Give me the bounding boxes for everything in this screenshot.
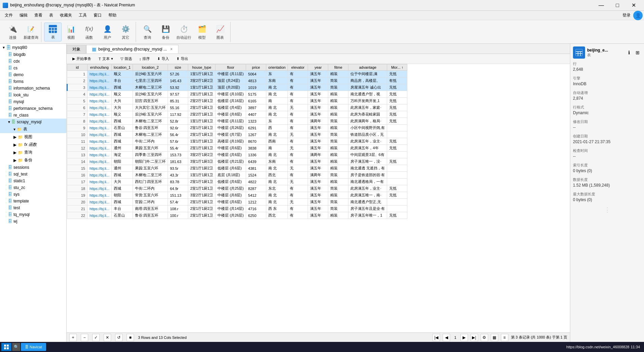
- user-button[interactable]: 👤 用户: [99, 23, 116, 41]
- sidebar-item-blogdb[interactable]: 🗄 blogdb: [0, 51, 66, 58]
- menu-favorites[interactable]: 收藏夹: [57, 11, 75, 20]
- search-taskbar-button[interactable]: 🔍: [12, 343, 20, 351]
- menu-edit[interactable]: 编辑: [16, 11, 31, 20]
- sort-button[interactable]: ↕ 排序: [136, 55, 153, 62]
- table-button[interactable]: 表: [44, 23, 62, 41]
- grid-view-button[interactable]: ▦: [491, 334, 498, 341]
- table-row[interactable]: 19https://bj.li...朝阳常营:五至六环151.133室2厅1厨2…: [67, 192, 407, 199]
- col-header-location2[interactable]: location_2: [133, 64, 168, 71]
- backup-button[interactable]: 💾 备份: [157, 23, 174, 41]
- table-row[interactable]: 7https://bj.li...顺义后沙峪:五至六环117.922室2厅1厨1…: [67, 111, 407, 118]
- next-page-button[interactable]: ▶: [461, 334, 468, 341]
- sidebar-item-stu-zc[interactable]: 🗄 stu_zc: [0, 184, 66, 191]
- sidebar-item-views-folder[interactable]: ▶ 📁 视图: [0, 133, 66, 141]
- start-button[interactable]: [1, 343, 11, 351]
- query-button[interactable]: 🔍 查询: [139, 23, 156, 41]
- sidebar-item-information-schema[interactable]: 🗄 information_schema: [0, 85, 66, 92]
- sidebar-item-template[interactable]: 🗄 template: [0, 198, 66, 204]
- col-header-advantage[interactable]: advantage: [348, 64, 387, 71]
- new-query-button[interactable]: 📝 新建查询: [22, 23, 40, 41]
- maximize-button[interactable]: □: [610, 0, 625, 11]
- tab-objects[interactable]: 对象: [67, 45, 86, 54]
- table-row[interactable]: 6https://bj.li...大兴大兴其它:五至六环55.162室1厅1厨1…: [67, 104, 407, 111]
- chart-button[interactable]: 📈 图表: [211, 23, 229, 41]
- sidebar-item-sessions[interactable]: 🗄 sessions: [0, 164, 66, 171]
- minimize-button[interactable]: —: [594, 0, 609, 11]
- menu-help[interactable]: 帮助: [105, 11, 120, 20]
- func-button[interactable]: f(x) 函数: [80, 23, 98, 41]
- table-row[interactable]: 22https://bj.li...石景山鲁谷:四至五环100.r2室1厅1厨1…: [67, 212, 407, 219]
- menu-view[interactable]: 查看: [31, 11, 46, 20]
- col-header-size[interactable]: size: [168, 64, 188, 71]
- design-button[interactable]: ⊞: [634, 49, 641, 56]
- menu-tools[interactable]: 工具: [75, 11, 90, 20]
- other-button[interactable]: ⚙️ 其它: [117, 23, 134, 41]
- table-row[interactable]: 18https://bj.li...西城牛街:二环内64.9r2室1厅1厨1卫中…: [67, 185, 407, 192]
- table-row[interactable]: 4https://bj.li...顺义后沙峪:五至六环97.572室1厅1厨1卫…: [67, 91, 407, 98]
- sidebar-item-tables-folder[interactable]: ▾ 📁 表: [0, 125, 66, 133]
- menu-table[interactable]: 表: [46, 11, 57, 20]
- col-header-orientation[interactable]: orientation: [266, 64, 288, 71]
- tab-table[interactable]: ▦ beijing_ershoufang @scrapy_mysql ... ×: [86, 45, 178, 54]
- col-header-housetype[interactable]: house_type: [188, 64, 215, 71]
- settings-button[interactable]: ⚙: [481, 334, 488, 341]
- sidebar-item-look-stu[interactable]: 🗄 look_stu: [0, 92, 66, 98]
- add-row-button[interactable]: +: [69, 334, 77, 341]
- menu-window[interactable]: 窗口: [90, 11, 105, 20]
- table-row[interactable]: 5https://bj.li...大兴旧宫:四至五环85.312室2厅1厨1卫低…: [67, 98, 407, 104]
- table-row[interactable]: 13https://bj.li...海淀四季青:三至四环153.733室2厅1厨…: [67, 152, 407, 158]
- delete-row-button[interactable]: −: [81, 334, 88, 341]
- sidebar-item-forms[interactable]: 🗄 forms: [0, 78, 66, 85]
- sidebar-item-static1[interactable]: 🗄 static1: [0, 178, 66, 184]
- col-header-year[interactable]: year: [308, 64, 328, 71]
- sidebar-item-backups-folder[interactable]: ▶ 📁 备份: [0, 156, 66, 164]
- info-button[interactable]: ℹ: [625, 49, 633, 56]
- user-avatar[interactable]: 👤: [633, 11, 643, 20]
- last-page-button[interactable]: ▶|: [471, 334, 478, 341]
- sidebar-item-sql-test[interactable]: 🗄 sql_test: [0, 171, 66, 178]
- sidebar-item-perf-schema[interactable]: 🗄 performance_schema: [0, 105, 66, 112]
- table-row[interactable]: 9https://bj.li...石景山鲁谷:四至五环92.6r2室1厅1厨1卫…: [67, 125, 407, 131]
- sidebar-item-cdx[interactable]: 🗄 cdx: [0, 58, 66, 65]
- table-row[interactable]: 21https://bj.li...丰台南塔:四至五环108.r2室1厅1厨2卫…: [67, 205, 407, 212]
- refresh-button[interactable]: ↺: [115, 334, 123, 341]
- begin-transaction-button[interactable]: ▶ 开始事务: [69, 55, 94, 62]
- sidebar-item-wj[interactable]: 🗄 wj: [0, 218, 66, 225]
- col-header-more[interactable]: Mor... ↑: [387, 64, 407, 71]
- cross-button[interactable]: ✕: [104, 334, 111, 341]
- sidebar-item-funcs-folder[interactable]: ▶ 📁 fx 函数: [0, 141, 66, 149]
- table-row[interactable]: 17https://bj.li...大兴西红门:四至五环83.782室1厅1厨1…: [67, 179, 407, 185]
- table-row[interactable]: 20https://bj.li...西城官园:二环内57.4r2室1厅1厨1卫中…: [67, 199, 407, 205]
- table-row[interactable]: 10https://bj.li...西城木樨地:二至三环56.4r2室1厅1厨1…: [67, 131, 407, 138]
- export-button[interactable]: ⬆ 导出: [173, 55, 191, 62]
- tab-close-icon[interactable]: ×: [170, 47, 173, 52]
- col-header-location1[interactable]: location_1: [111, 64, 133, 71]
- autorun-button[interactable]: ⏱️ 自动运行: [175, 23, 193, 41]
- table-row[interactable]: 12https://bj.li...通州果园:五至六环55.4r2室1厅1厨1卫…: [67, 145, 407, 152]
- sidebar-item-mysql[interactable]: 🗄 mysql: [0, 98, 66, 105]
- sidebar-item-queries-folder[interactable]: ▶ 📁 查询: [0, 149, 66, 156]
- import-button[interactable]: ⬇ 导入: [154, 55, 172, 62]
- table-container[interactable]: id ershoufang location_1 location_2 size…: [67, 64, 570, 332]
- model-button[interactable]: 🗂️ 模型: [193, 23, 211, 41]
- sidebar-item-demo[interactable]: 🗄 demo: [0, 71, 66, 78]
- text-button[interactable]: T 文本 ▾: [96, 55, 116, 62]
- taskbar-navicat[interactable]: 🗄 Navicat: [21, 343, 46, 351]
- col-header-ershoufang[interactable]: ershoufang: [88, 64, 112, 71]
- filter-button[interactable]: ▽ 筛选: [117, 55, 135, 62]
- view-button[interactable]: 📊 视图: [62, 23, 80, 41]
- col-header-id[interactable]: id: [67, 64, 88, 71]
- col-header-price[interactable]: price: [246, 64, 266, 71]
- table-row[interactable]: 8https://bj.li...西城木樨地:二至三环52.8r1室1厅1厨1卫…: [67, 118, 407, 125]
- menu-file[interactable]: 文件: [1, 11, 16, 20]
- sidebar-item-scrapy-mysql[interactable]: ▾ 🗄 scrapy_mysql: [0, 119, 66, 125]
- sidebar-item-sys[interactable]: 🗄 sys: [0, 191, 66, 198]
- table-row[interactable]: 14https://bj.li...朝阳朝阳门外:二至三环181.633室1厅1…: [67, 158, 407, 165]
- sidebar-item-cs[interactable]: 🗄 cs: [0, 65, 66, 71]
- sidebar-item-tq-mysql[interactable]: 🗄 tq_mysql: [0, 211, 66, 218]
- table-row[interactable]: 15https://bj.li...通州果园:五至六环93.5r2室1厅1厨2卫…: [67, 165, 407, 172]
- connect-button[interactable]: 🔌 连接: [4, 23, 22, 41]
- table-row[interactable]: 1https://bj.li...顺义后沙峪:五至六环57.261室1厅1厨1卫…: [67, 71, 407, 77]
- table-row[interactable]: 16https://bj.li...西城木樨地:二至三环43.3r1室1厅1厨1…: [67, 172, 407, 179]
- col-header-floor[interactable]: floor: [215, 64, 246, 71]
